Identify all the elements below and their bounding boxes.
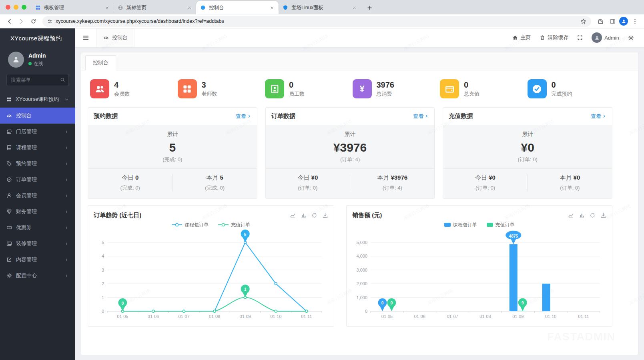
svg-text:01-06: 01-06: [414, 314, 425, 319]
svg-text:4875: 4875: [509, 234, 518, 238]
sidebar-group-xycourse[interactable]: XYcourse课程预约: [0, 91, 75, 108]
sidebar-item-course[interactable]: 课程管理: [0, 140, 75, 156]
stat-label: 老师数: [202, 90, 217, 98]
toolbox-line-icon[interactable]: [290, 212, 296, 218]
svg-text:01-11: 01-11: [301, 314, 312, 319]
back-button[interactable]: [4, 16, 14, 26]
svg-text:0: 0: [102, 309, 104, 314]
sidebar-item-content[interactable]: 内容管理: [0, 252, 75, 268]
sidebar-item-store[interactable]: 门店管理: [0, 124, 75, 140]
svg-text:3: 3: [102, 268, 104, 272]
window-close-button[interactable]: [6, 5, 10, 10]
user-menu[interactable]: Admin: [587, 28, 624, 47]
tab-close-icon[interactable]: [187, 5, 192, 10]
svg-text:01-07: 01-07: [178, 314, 189, 319]
person-icon: [594, 35, 600, 40]
browser-profile-avatar[interactable]: [619, 17, 628, 26]
user-status: 在线: [28, 60, 46, 67]
stat-总充值: 0总充值: [437, 77, 525, 101]
sidebar-item-label: 内容管理: [16, 256, 37, 263]
browser-menu-button[interactable]: [630, 16, 640, 26]
sidebar-item-order[interactable]: 订单管理: [0, 172, 75, 188]
window-zoom-button[interactable]: [22, 5, 26, 10]
menu-search-input[interactable]: [6, 74, 69, 86]
stat-label: 员工数: [289, 90, 305, 98]
check-badge-icon: [528, 79, 547, 98]
stat-value: 3: [202, 80, 217, 89]
card-title: 充值数据: [449, 112, 473, 120]
sidebar-item-label: 装修管理: [16, 240, 37, 247]
sidebar-item-coupon[interactable]: 优惠券: [0, 220, 75, 236]
svg-text:01-10: 01-10: [270, 314, 281, 319]
reload-button[interactable]: [28, 16, 38, 26]
legend-label: 充值订单: [231, 222, 250, 228]
sidebar-item-finance[interactable]: 财务管理: [0, 204, 75, 220]
clear-cache-button[interactable]: 清除缓存: [535, 28, 573, 47]
sidebar-toggle-button[interactable]: [75, 28, 96, 47]
browser-tab[interactable]: 控制台: [196, 1, 279, 14]
url-text[interactable]: xycourse.xykeep.com/xycourse.php/xycours…: [56, 18, 577, 24]
sidebar-item-label: 订单管理: [16, 176, 37, 183]
view-link[interactable]: 查看: [413, 113, 429, 120]
tab-close-icon[interactable]: [104, 5, 110, 10]
window-controls: [4, 0, 31, 14]
browser-tab[interactable]: 宝塔Linux面板: [279, 1, 361, 14]
stat-label: 会员数: [114, 90, 130, 98]
fullscreen-button[interactable]: [573, 28, 587, 47]
finance-icon: [6, 209, 12, 214]
view-link[interactable]: 查看: [591, 113, 606, 120]
toolbox-restore-icon[interactable]: [311, 212, 317, 218]
browser-tab[interactable]: 新标签页: [114, 1, 196, 14]
sidebar-item-config[interactable]: 配置中心: [0, 268, 75, 284]
toolbox-line-icon[interactable]: [568, 212, 574, 218]
sales-bar-chart: 01,0002,0003,0004,0005,00001-0501-0601-0…: [352, 229, 606, 322]
total-sub: (订单: 4): [266, 156, 435, 163]
tab-close-icon[interactable]: [352, 5, 357, 10]
extensions-button[interactable]: [595, 16, 606, 26]
browser-tab[interactable]: 模板管理: [31, 1, 114, 14]
data-card-充值数据: 充值数据查看累计¥0(订单: 0)今日 ¥0(订单: 0)本月 ¥0(订单: 0…: [443, 107, 612, 199]
sidebar-item-booking[interactable]: 预约管理: [0, 156, 75, 172]
new-tab-button[interactable]: [364, 2, 375, 13]
svg-text:0: 0: [365, 309, 367, 314]
bookmark-star-icon[interactable]: [580, 18, 586, 24]
svg-text:01-07: 01-07: [447, 314, 458, 319]
chart-legend: 课程包订单充值订单: [352, 221, 606, 229]
toolbox-bar-icon[interactable]: [301, 212, 307, 218]
sidebar-menu: 控制台门店管理课程管理预约管理订单管理会员管理财务管理优惠券装修管理内容管理配置…: [0, 108, 75, 360]
sidebar-item-decoration[interactable]: 装修管理: [0, 236, 75, 252]
chart-title: 销售额 (元): [352, 212, 382, 219]
svg-text:1,000: 1,000: [357, 295, 368, 300]
sidebar-item-member[interactable]: 会员管理: [0, 188, 75, 204]
toolbox-bar-icon[interactable]: [579, 212, 585, 218]
tab-close-icon[interactable]: [269, 5, 275, 10]
today-stat: 今日 0(完成: 0): [88, 174, 173, 192]
forward-button[interactable]: [16, 16, 26, 26]
legend-item[interactable]: 充值订单: [487, 222, 515, 228]
settings-button[interactable]: [624, 28, 638, 47]
total-label: 累计: [443, 131, 612, 138]
svg-text:0: 0: [381, 301, 384, 305]
dashboard-panel: 控制台 4会员数3老师数0员工数¥3976总消费0总充值0完成预约 预约数据查看…: [81, 52, 638, 355]
view-link[interactable]: 查看: [236, 113, 251, 120]
panel-tab-dashboard[interactable]: 控制台: [85, 55, 116, 70]
sidebar-item-dashboard[interactable]: 控制台: [0, 108, 75, 124]
order-trend-chart: 01234501-0501-0601-0701-0801-0901-1001-1…: [94, 229, 328, 322]
users-icon: [90, 79, 109, 98]
tab-title: 模板管理: [44, 4, 101, 11]
legend-item[interactable]: 课程包订单: [172, 222, 209, 228]
site-info-icon[interactable]: [47, 19, 52, 24]
topbar-tab-dashboard[interactable]: 控制台: [96, 28, 134, 47]
address-bar[interactable]: xycourse.xykeep.com/xycourse.php/xycours…: [42, 16, 591, 27]
window-minimize-button[interactable]: [14, 5, 18, 10]
home-button[interactable]: 主页: [508, 28, 535, 47]
toolbox-download-icon[interactable]: [600, 212, 606, 218]
browser-toolbar: xycourse.xykeep.com/xycourse.php/xycours…: [0, 14, 644, 28]
chevron-left-icon: [64, 274, 69, 278]
toolbox-download-icon[interactable]: [322, 212, 328, 218]
legend-item[interactable]: 充值订单: [218, 222, 250, 228]
legend-item[interactable]: 课程包订单: [444, 222, 477, 228]
side-panel-button[interactable]: [607, 16, 618, 26]
svg-text:9: 9: [522, 301, 524, 305]
toolbox-restore-icon[interactable]: [590, 212, 596, 218]
